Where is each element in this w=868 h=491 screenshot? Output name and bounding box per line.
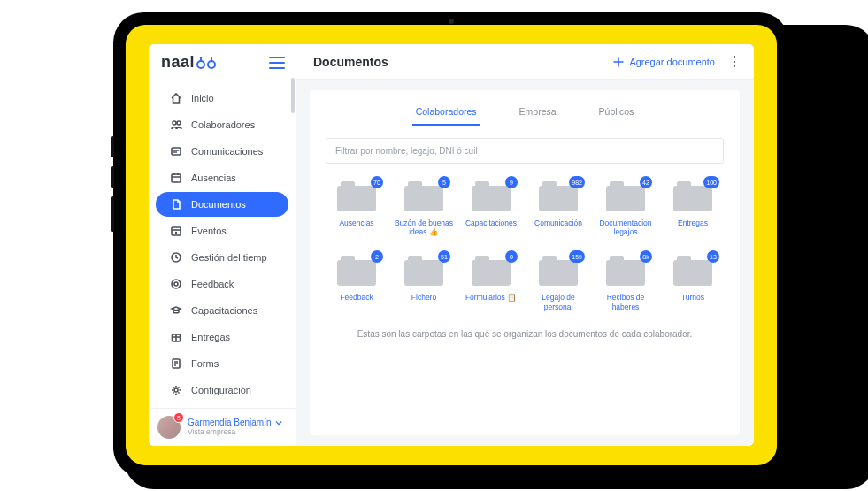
folder-count-badge: 5 [438, 176, 450, 188]
folder-count-badge: 2 [371, 250, 383, 263]
folder-label: Buzón de buenas ideas 👍 [393, 219, 455, 236]
sidebar-item-label: Gestión del tiemp [191, 252, 267, 263]
svg-point-1 [208, 61, 215, 68]
tab-publicos[interactable]: Públicos [595, 101, 638, 126]
sidebar-item-feedback[interactable]: Feedback [156, 272, 288, 296]
svg-point-0 [197, 61, 204, 68]
sidebar-item-capacitaciones[interactable]: Capacitaciones [156, 298, 288, 323]
folder-count-badge: 51 [438, 250, 450, 263]
folder-icon: 5 [404, 181, 443, 211]
folder-icon: 9 [472, 181, 511, 211]
folder-icon: 2 [337, 256, 376, 286]
folder-count-badge: 9 [505, 176, 518, 188]
brand-logo-icon [196, 57, 216, 69]
folder-icon: 70 [337, 181, 376, 211]
svg-rect-4 [172, 148, 181, 155]
svg-point-7 [175, 232, 177, 234]
folder-label: Documentacion legajos [595, 219, 657, 236]
folder-label: Ausencias [339, 219, 373, 227]
form-icon [170, 357, 182, 370]
filter-field[interactable] [326, 138, 724, 164]
sidebar-item-inicio[interactable]: Inicio [156, 86, 288, 111]
folder-label: Turnos [681, 293, 704, 302]
folder-icon: 51 [404, 256, 443, 286]
sidebar: naal InicioColaboradoresComunicacionesAu… [149, 44, 296, 446]
sidebar-item-gestion-tiempo[interactable]: Gestión del tiemp [156, 245, 288, 270]
content-panel: 70Ausencias5Buzón de buenas ideas 👍9Capa… [310, 126, 740, 435]
sidebar-item-label: Documentos [191, 199, 246, 210]
power-button [111, 196, 114, 232]
folder-icon: 100 [673, 181, 712, 211]
folder-icon: 159 [539, 256, 578, 286]
avatar: 5 [157, 416, 181, 439]
menu-toggle-icon[interactable] [269, 57, 285, 69]
gear-icon [170, 384, 182, 396]
sidebar-item-label: Eventos [191, 226, 227, 236]
sidebar-item-label: Forms [191, 358, 219, 369]
folder-icon: 42 [606, 181, 645, 211]
folder-item[interactable]: 982Comunicación [527, 181, 589, 236]
folder-item[interactable]: 8kRecibos de haberes [595, 256, 657, 311]
folder-label: Recibos de haberes [595, 293, 657, 311]
folder-item[interactable]: 5Buzón de buenas ideas 👍 [393, 181, 455, 236]
folder-item[interactable]: 100Entregas [662, 181, 724, 236]
folders-grid: 70Ausencias5Buzón de buenas ideas 👍9Capa… [326, 181, 724, 311]
svg-point-3 [177, 121, 181, 125]
folder-count-badge: 13 [707, 250, 719, 263]
folder-item[interactable]: 51Fichero [393, 256, 455, 311]
svg-point-2 [173, 121, 176, 125]
folder-label: Comunicación [534, 219, 582, 227]
people-icon [170, 119, 182, 131]
chevron-down-icon [275, 419, 282, 426]
sidebar-item-eventos[interactable]: Eventos [156, 219, 288, 243]
graduation-icon [170, 304, 182, 317]
scrollbar-thumb[interactable] [291, 78, 295, 113]
folder-count-badge: 159 [569, 250, 585, 263]
svg-point-13 [174, 388, 178, 392]
document-icon [170, 198, 182, 211]
sidebar-item-colaboradores[interactable]: Colaboradores [156, 112, 288, 137]
svg-rect-6 [172, 227, 181, 235]
notification-badge: 5 [173, 412, 184, 423]
sidebar-item-configuracion[interactable]: Configuración [156, 378, 288, 403]
folder-count-badge: 100 [703, 176, 719, 188]
tab-empresa[interactable]: Empresa [516, 101, 560, 126]
box-icon [170, 331, 182, 343]
user-card[interactable]: 5 Garmendia Benjamín Vista empresa [149, 408, 296, 446]
folder-item[interactable]: 13Turnos [662, 256, 724, 311]
more-menu-icon[interactable]: ⋮ [727, 55, 741, 69]
sidebar-item-label: Capacitaciones [191, 305, 257, 316]
brand-text: naal [161, 53, 195, 72]
tab-colaboradores[interactable]: Colaboradores [412, 101, 480, 126]
sidebar-item-label: Inicio [191, 93, 214, 104]
sidebar-item-forms[interactable]: Forms [156, 351, 288, 376]
page-title: Documentos [313, 55, 388, 69]
folder-item[interactable]: 0Formularios 📋 [460, 256, 522, 311]
folder-label: Fichero [411, 293, 436, 302]
sidebar-nav: InicioColaboradoresComunicacionesAusenci… [149, 81, 296, 408]
clock-icon [170, 251, 182, 264]
search-input[interactable] [335, 146, 714, 156]
sidebar-item-label: Configuración [191, 385, 251, 395]
folder-label: Formularios 📋 [465, 293, 517, 302]
sidebar-item-ausencias[interactable]: Ausencias [156, 165, 288, 190]
folder-count-badge: 42 [640, 176, 652, 188]
folder-item[interactable]: 42Documentacion legajos [595, 181, 657, 236]
brand-logo[interactable]: naal [161, 53, 216, 72]
sidebar-item-comunicaciones[interactable]: Comunicaciones [156, 139, 288, 164]
tabs: ColaboradoresEmpresaPúblicos [310, 90, 740, 126]
folder-item[interactable]: 9Capacitaciones [460, 181, 522, 236]
sidebar-item-documentos[interactable]: Documentos [156, 192, 288, 217]
folder-item[interactable]: 159Legajo de personal [527, 256, 589, 311]
volume-up-button [111, 136, 114, 157]
sidebar-item-label: Feedback [191, 279, 234, 289]
folder-item[interactable]: 2Feedback [326, 256, 388, 311]
svg-point-10 [174, 282, 178, 286]
folder-count-badge: 0 [505, 250, 518, 263]
add-document-button[interactable]: Agregar documento [613, 57, 715, 67]
folder-item[interactable]: 70Ausencias [326, 181, 388, 236]
sidebar-item-label: Entregas [191, 332, 230, 342]
sidebar-item-label: Comunicaciones [191, 146, 263, 157]
caption-text: Estas son las carpetas en las que se org… [326, 329, 724, 339]
sidebar-item-entregas[interactable]: Entregas [156, 325, 288, 349]
